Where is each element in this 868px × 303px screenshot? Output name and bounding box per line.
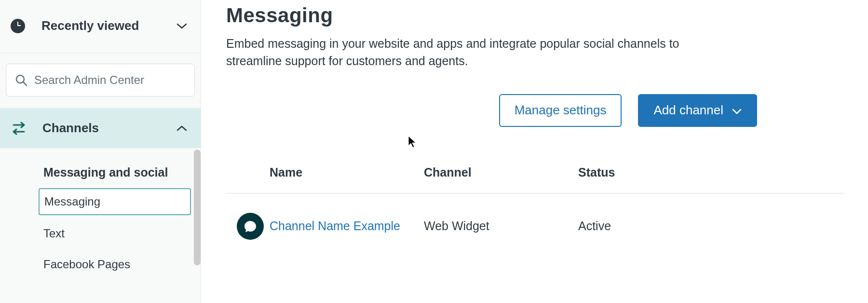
chevron-down-icon [732,103,742,118]
nav-section-channels[interactable]: Channels [0,108,201,148]
nav-items: Messaging Text Facebook Pages [0,188,201,283]
nav-group-title: Messaging and social [0,148,201,188]
sidebar: Recently viewed Channels Messaging and s… [0,0,201,303]
add-channel-button[interactable]: Add channel [638,94,757,127]
page-title: Messaging [226,4,844,27]
column-name: Name [270,165,424,179]
nav-item-messaging[interactable]: Messaging [39,188,191,215]
channel-status: Active [578,219,844,233]
nav-item-facebook-pages[interactable]: Facebook Pages [39,252,191,277]
search-box[interactable] [6,64,195,96]
channel-type: Web Widget [424,219,578,233]
add-channel-label: Add channel [653,103,723,118]
table-header: Name Channel Status [226,165,844,193]
nav-section-label: Channels [42,121,176,136]
recently-viewed-label: Recently viewed [41,18,176,33]
arrows-icon [11,121,27,136]
search-wrap [0,53,201,108]
messaging-bubble-icon [237,213,264,240]
search-input[interactable] [34,73,186,87]
column-channel: Channel [424,165,578,179]
clock-icon [11,19,25,33]
recently-viewed-row[interactable]: Recently viewed [0,0,201,53]
nav-item-text[interactable]: Text [39,221,191,246]
manage-settings-button[interactable]: Manage settings [499,94,622,127]
page-description: Embed messaging in your website and apps… [226,35,708,70]
channels-table: Name Channel Status Channel Name Example… [226,165,844,240]
actions-row: Manage settings Add channel [226,94,757,127]
table-row[interactable]: Channel Name Example Web Widget Active [226,193,844,240]
svg-line-1 [23,82,27,85]
search-icon [15,74,27,86]
chevron-down-icon [176,23,187,29]
column-status: Status [578,165,844,179]
chevron-up-icon [176,125,187,131]
cursor-icon [407,135,417,151]
sidebar-scrollbar[interactable] [194,150,201,265]
channel-name-link[interactable]: Channel Name Example [270,219,424,233]
main: Messaging Embed messaging in your websit… [201,0,868,303]
